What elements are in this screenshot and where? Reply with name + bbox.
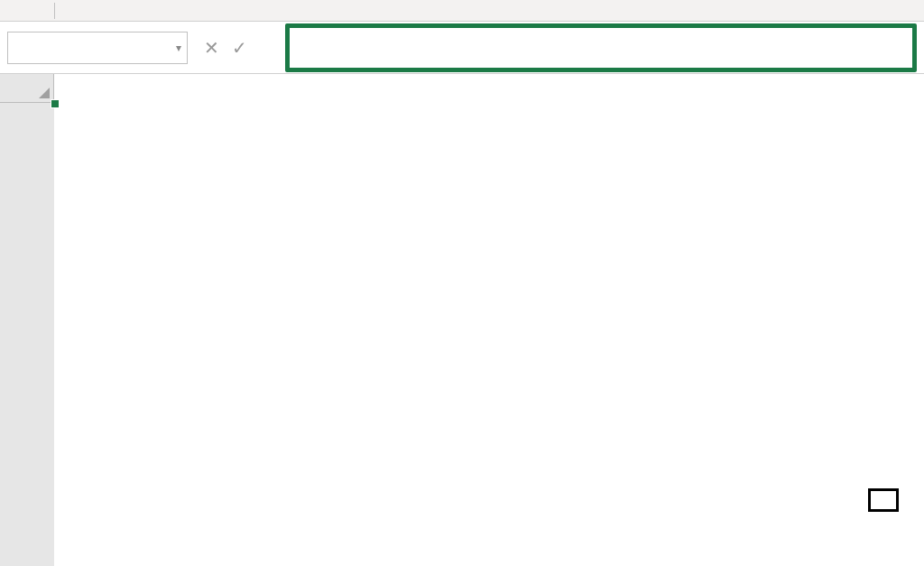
cells-area[interactable] (54, 103, 924, 566)
formula-buttons: ✕ ✓ (188, 37, 285, 59)
formula-bar-row: ▾ ✕ ✓ (0, 22, 924, 74)
select-all-corner[interactable] (0, 74, 54, 103)
spreadsheet-grid[interactable] (0, 74, 924, 566)
ribbon-bar (0, 0, 924, 22)
formula-highlight-box (285, 23, 917, 72)
row-headers (0, 103, 54, 566)
chevron-down-icon[interactable]: ▾ (176, 42, 181, 54)
enter-icon[interactable]: ✓ (232, 37, 247, 59)
cancel-icon[interactable]: ✕ (204, 37, 219, 59)
selection-outline (54, 103, 58, 107)
ribbon-separator (54, 3, 55, 19)
watermark-logo (868, 488, 899, 512)
name-box[interactable]: ▾ (7, 32, 188, 64)
